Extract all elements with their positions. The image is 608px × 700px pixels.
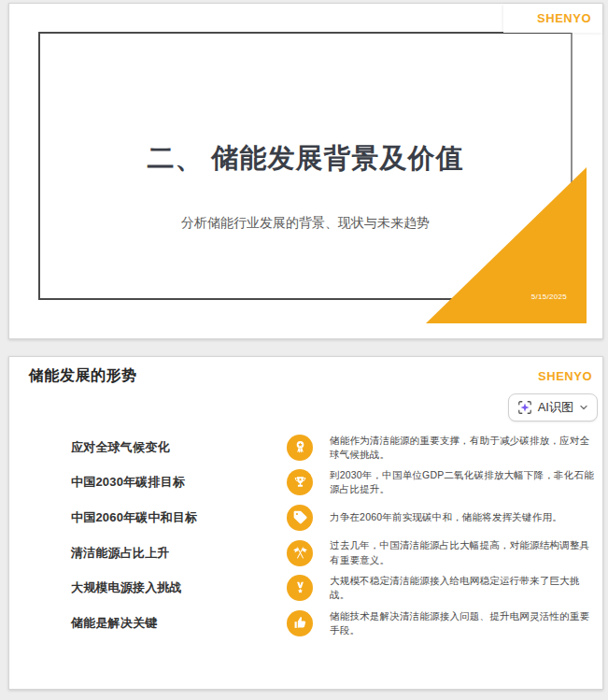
list-item-desc: 到2030年，中国单位GDP二氧化碳排放大幅下降，非化石能源占比提升。 — [330, 468, 597, 496]
slide-1-title: 二、 储能发展背景及价值 — [38, 140, 573, 178]
slide-1-logo-box: SHENYO — [503, 4, 602, 33]
list-item-desc: 力争在2060年前实现碳中和，储能将发挥关键作用。 — [330, 510, 597, 524]
brand-logo: SHENYO — [538, 369, 592, 383]
slide-2-content[interactable]: 储能发展的形势 SHENYO AI识图 应对全球气候变化 — [8, 356, 603, 690]
medal-icon — [287, 575, 313, 601]
list-item: 储能是解决关键 储能技术是解决清洁能源接入问题、提升电网灵活性的重要手段。 — [9, 606, 604, 641]
chevron-down-icon[interactable] — [579, 403, 588, 412]
list-item: 应对全球气候变化 储能作为清洁能源的重要支撑，有助于减少碳排放，应对全球气候挑战… — [9, 430, 604, 465]
list-item-label: 大规模电源接入挑战 — [71, 579, 286, 596]
ai-scan-sparkle-icon — [517, 400, 532, 415]
brand-logo: SHENYO — [537, 11, 591, 25]
award-ribbon-icon — [287, 435, 313, 461]
situation-list: 应对全球气候变化 储能作为清洁能源的重要支撑，有助于减少碳排放，应对全球气候挑战… — [9, 430, 604, 641]
list-item: 中国2030年碳排目标 到2030年，中国单位GDP二氧化碳排放大幅下降，非化石… — [9, 465, 604, 501]
ai-button-label: AI识图 — [538, 399, 573, 416]
price-tag-icon — [287, 505, 313, 531]
thumbs-up-icon — [287, 610, 313, 636]
list-item-desc: 过去几年，中国清洁能源占比大幅提高，对能源结构调整具有重要意义。 — [330, 538, 597, 566]
slide-1-section-cover[interactable]: SHENYO 二、 储能发展背景及价值 分析储能行业发展的背景、现状与未来趋势 … — [8, 3, 603, 339]
trophy-icon — [287, 469, 313, 495]
list-item-label: 储能是解决关键 — [71, 615, 286, 632]
list-item: 大规模电源接入挑战 大规模不稳定清洁能源接入给电网稳定运行带来了巨大挑战。 — [9, 570, 604, 606]
list-item-label: 中国2060年碳中和目标 — [71, 509, 286, 526]
slide-date: 5/15/2025 — [531, 293, 567, 301]
list-item-label: 清洁能源占比上升 — [71, 545, 286, 562]
list-item-label: 应对全球气候变化 — [71, 439, 286, 456]
ai-recognize-image-button[interactable]: AI识图 — [508, 393, 598, 421]
list-item-label: 中国2030年碳排目标 — [71, 474, 286, 491]
list-item: 清洁能源占比上升 过去几年，中国清洁能源占比大幅提高，对 — [9, 536, 604, 571]
slide-1-subtitle: 分析储能行业发展的背景、现状与未来趋势 — [38, 215, 573, 232]
list-item: 中国2060年碳中和目标 力争在2060年前实现碳中和，储能将发挥关键作用。 — [9, 500, 604, 536]
list-item-desc: 储能作为清洁能源的重要支撑，有助于减少碳排放，应对全球气候挑战。 — [330, 434, 597, 462]
list-item-desc: 大规模不稳定清洁能源接入给电网稳定运行带来了巨大挑战。 — [330, 574, 597, 602]
list-item-desc: 储能技术是解决清洁能源接入问题、提升电网灵活性的重要手段。 — [330, 609, 597, 637]
crossed-flags-icon — [287, 540, 313, 566]
slide-2-title: 储能发展的形势 — [29, 366, 137, 386]
